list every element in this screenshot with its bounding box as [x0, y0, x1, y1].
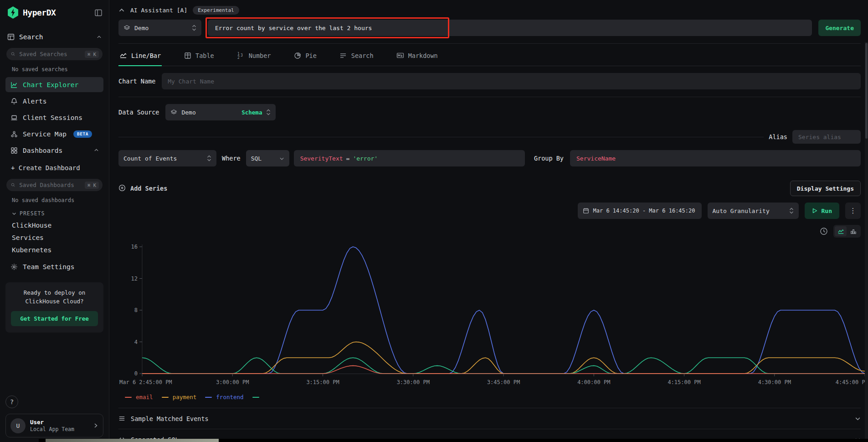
calendar-icon: [583, 208, 589, 214]
legend-item[interactable]: email: [125, 394, 153, 400]
bar-chart-icon: [850, 228, 857, 234]
svg-text:4:30:00 PM: 4:30:00 PM: [758, 379, 791, 385]
svg-text:8: 8: [134, 307, 138, 313]
display-settings-button[interactable]: Display Settings: [790, 181, 861, 196]
saved-searches-search[interactable]: ⌘ K: [6, 48, 103, 60]
user-menu[interactable]: U User Local App Team: [5, 414, 103, 437]
tab-line-bar[interactable]: Line/Bar: [118, 45, 162, 66]
chevron-up-icon[interactable]: [94, 148, 99, 153]
chart-area[interactable]: 0481216Mar 6 2:45:00 PM3:00:00 PM3:15:00…: [118, 240, 861, 389]
chevron-down-icon: [855, 416, 861, 421]
granularity-select[interactable]: Auto Granularity: [708, 203, 799, 219]
sidebar-item-label: Client Sessions: [23, 114, 82, 121]
aggregation-select[interactable]: Count of Events: [118, 150, 216, 166]
data-source-select[interactable]: Demo Schema: [165, 104, 276, 120]
line-chart[interactable]: 0481216Mar 6 2:45:00 PM3:00:00 PM3:15:00…: [118, 240, 868, 387]
saved-dashboards-input[interactable]: [18, 181, 82, 189]
logo-row: HyperDX: [5, 5, 103, 20]
ai-prompt-input[interactable]: [208, 20, 812, 36]
laptop-icon: [10, 114, 18, 121]
create-dashboard-button[interactable]: + Create Dashboard: [11, 164, 102, 172]
collapse-chevron-up-icon[interactable]: [118, 7, 125, 14]
bar-chart-toggle[interactable]: [847, 226, 859, 236]
group-by-input[interactable]: ServiceName: [570, 150, 861, 166]
more-options-button[interactable]: ⋮: [845, 203, 861, 219]
language-select[interactable]: SQL: [246, 150, 289, 166]
add-series-button[interactable]: Add Series: [118, 184, 167, 193]
divider: [118, 43, 861, 44]
layers-icon: [170, 109, 177, 116]
ai-source-select[interactable]: Demo: [118, 20, 201, 36]
legend-dash: [125, 397, 132, 398]
no-saved-searches-text: No saved searches: [12, 66, 102, 73]
sidebar: HyperDX Search ⌘ K: [0, 0, 109, 442]
sidebar-item-team-settings[interactable]: Team Settings: [5, 259, 103, 274]
tab-pie[interactable]: Pie: [293, 45, 317, 66]
aggregation-value: Count of Events: [123, 155, 203, 162]
svg-text:Mar 6 2:45:00 PM: Mar 6 2:45:00 PM: [119, 379, 172, 385]
tab-label: Pie: [305, 52, 316, 59]
sample-matched-events-toggle[interactable]: Sample Matched Events: [118, 408, 861, 429]
sidebar-item-client-sessions[interactable]: Client Sessions: [5, 110, 103, 125]
svg-text:4:15:00 PM: 4:15:00 PM: [668, 379, 700, 385]
sidebar-item-label: Dashboards: [23, 147, 62, 154]
tab-table[interactable]: Table: [183, 45, 215, 66]
data-source-value: Demo: [181, 109, 237, 116]
line-chart-toggle[interactable]: [835, 226, 847, 236]
alias-input[interactable]: [792, 130, 861, 144]
where-expression-input[interactable]: SeverityText = 'error': [294, 150, 525, 166]
chevron-updown-icon: [192, 25, 196, 31]
sidebar-item-chart-explorer[interactable]: Chart Explorer: [5, 77, 103, 92]
markdown-icon: [396, 52, 404, 59]
chevron-right-icon: [93, 423, 98, 428]
user-name: User: [30, 419, 88, 426]
alias-label: Alias: [769, 133, 787, 140]
svg-text:3:45:00 PM: 3:45:00 PM: [487, 379, 520, 385]
presets-toggle[interactable]: PRESETS: [12, 210, 102, 217]
group-by-token: ServiceName: [576, 155, 616, 162]
tab-markdown[interactable]: Markdown: [395, 45, 439, 66]
sidebar-item-dashboards[interactable]: Dashboards: [5, 143, 103, 158]
no-saved-dashboards-text: No saved dashboards: [12, 197, 102, 203]
preset-kubernetes[interactable]: Kubernetes: [12, 246, 102, 254]
search-section-icon: [7, 33, 15, 41]
generate-button[interactable]: Generate: [818, 20, 861, 36]
clock-icon[interactable]: [820, 227, 828, 235]
tab-search[interactable]: Search: [339, 45, 375, 66]
sidebar-item-alerts[interactable]: Alerts: [5, 94, 103, 109]
date-range-value: Mar 6 14:45:20 - Mar 6 16:45:20: [593, 208, 697, 214]
divider: [118, 97, 861, 97]
chart-name-input[interactable]: [162, 73, 861, 89]
tab-number[interactable]: 123 Number: [236, 45, 272, 66]
saved-dashboards-shortcut: ⌘ K: [85, 182, 99, 189]
preset-services[interactable]: Services: [12, 234, 102, 241]
sidebar-section-search[interactable]: Search: [7, 33, 102, 41]
saved-dashboards-search[interactable]: ⌘ K: [6, 179, 103, 191]
sidebar-item-service-map[interactable]: Service Map BETA: [5, 126, 103, 141]
vertical-scrollbar[interactable]: [865, 42, 868, 439]
chevron-updown-icon: [789, 208, 794, 214]
chart-style-segmented-control: [833, 225, 861, 238]
date-range-input[interactable]: Mar 6 14:45:20 - Mar 6 16:45:20: [578, 203, 702, 219]
line-chart-icon: [837, 228, 844, 235]
scrollbar-thumb[interactable]: [865, 43, 868, 139]
schema-link[interactable]: Schema: [241, 109, 262, 116]
dashboards-grid-icon: [10, 146, 18, 154]
pie-chart-icon: [293, 52, 301, 59]
line-chart-icon: [119, 52, 127, 59]
chevron-up-icon[interactable]: [97, 35, 102, 40]
chart-display-toggle-row: [118, 225, 861, 238]
sidebar-collapse-icon[interactable]: [94, 9, 103, 17]
presets-label: PRESETS: [20, 210, 45, 217]
chart-type-tabs: Line/Bar Table 123 Number Pie Search Mar…: [118, 45, 861, 66]
legend-item[interactable]: [252, 397, 259, 398]
app-window: HyperDX Search ⌘ K: [0, 0, 868, 442]
preset-clickhouse[interactable]: ClickHouse: [12, 222, 102, 229]
legend-item[interactable]: payment: [162, 394, 197, 400]
get-started-button[interactable]: Get Started for Free: [11, 311, 98, 326]
run-button[interactable]: Run: [805, 203, 839, 219]
tab-label: Line/Bar: [131, 52, 161, 59]
saved-searches-input[interactable]: [18, 50, 82, 58]
help-button[interactable]: ?: [5, 395, 18, 408]
legend-item[interactable]: frontend: [205, 394, 243, 400]
